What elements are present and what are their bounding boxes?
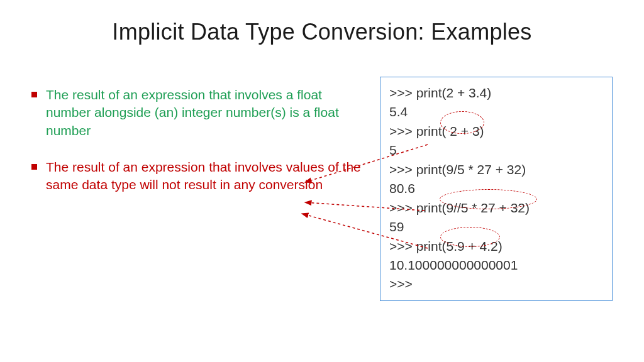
code-line: 10.100000000000001 (389, 256, 603, 275)
bullet-item: The result of an expression that involve… (31, 86, 361, 140)
code-line: >>> print(9//5 * 27 + 32) (389, 199, 603, 217)
bullet-marker-icon (31, 92, 37, 97)
code-box: >>> print(2 + 3.4) 5.4 >>> print( 2 + 3)… (380, 77, 613, 301)
code-line: >>> print(9/5 * 27 + 32) (389, 160, 603, 179)
code-line: 80.6 (389, 179, 603, 198)
bullet-item: The result of an expression that involve… (31, 158, 361, 194)
bullet-text: The result of an expression that involve… (46, 158, 361, 194)
code-line: 5.4 (389, 102, 603, 121)
bullet-list: The result of an expression that involve… (31, 77, 361, 301)
code-line: 5 (389, 141, 603, 160)
code-line: >>> (389, 275, 603, 293)
slide-title: Implicit Data Type Conversion: Examples (31, 19, 613, 45)
code-line: >>> print( 2 + 3) (389, 122, 603, 141)
code-line: >>> print(2 + 3.4) (389, 84, 603, 102)
code-line: 59 (389, 217, 603, 236)
bullet-text: The result of an expression that involve… (46, 86, 361, 140)
bullet-marker-icon (31, 164, 37, 170)
content-row: The result of an expression that involve… (31, 77, 613, 301)
code-line: >>> print(5.9 + 4.2) (389, 237, 603, 256)
slide: Implicit Data Type Conversion: Examples … (0, 0, 644, 362)
